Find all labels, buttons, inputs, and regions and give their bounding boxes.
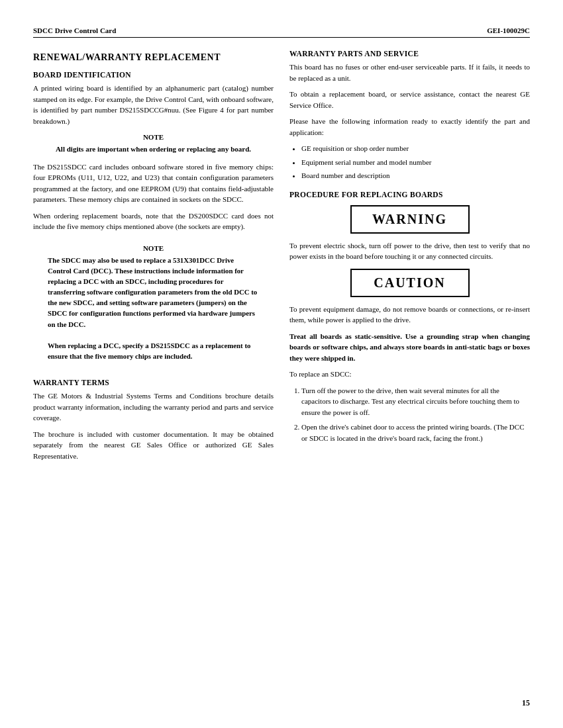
procedure-steps: Turn off the power to the drive, then wa…: [301, 385, 530, 444]
note2-title: NOTE: [48, 244, 259, 252]
header-left: SDCC Drive Control Card: [33, 26, 116, 34]
warning-box: WARNING: [350, 205, 470, 234]
page-header: SDCC Drive Control Card GEI-100029C: [33, 26, 530, 38]
procedure-intro: To replace an SDCC:: [289, 369, 530, 380]
note2-text: The SDCC may also be used to replace a 5…: [48, 255, 259, 362]
board-id-para2: The DS215SDCC card includes onboard soft…: [33, 161, 274, 205]
warranty-terms-subtitle: WARRANTY TERMS: [33, 379, 274, 387]
warranty-parts-para2: To obtain a replacement board, or servic…: [289, 89, 530, 111]
warning-label: WARNING: [365, 212, 455, 227]
board-id-para1: A printed wiring board is identified by …: [33, 83, 274, 126]
caution-text2: Treat all boards as static-sensitive. Us…: [289, 331, 530, 364]
procedure-subtitle: PROCEDURE FOR REPLACING BOARDS: [289, 191, 530, 199]
left-column: RENEWAL/WARRANTY REPLACEMENT BOARD IDENT…: [33, 50, 274, 467]
right-column: WARRANTY PARTS AND SERVICE This board ha…: [289, 50, 530, 467]
main-title: RENEWAL/WARRANTY REPLACEMENT: [33, 52, 274, 63]
step-2: Open the drive's cabinet door to access …: [301, 422, 530, 443]
caution-box: CAUTION: [350, 269, 470, 297]
bullet-1: GE requisition or shop order number: [301, 143, 530, 154]
warning-text: To prevent electric shock, turn off powe…: [289, 240, 530, 262]
warranty-terms-para2: The brochure is included with customer d…: [33, 429, 274, 462]
warranty-terms-para1: The GE Motors & Industrial Systems Terms…: [33, 390, 274, 424]
page: SDCC Drive Control Card GEI-100029C RENE…: [0, 0, 563, 728]
bullet-3: Board number and description: [301, 170, 530, 181]
header-right: GEI-100029C: [487, 26, 530, 34]
board-id-para3: When ordering replacement boards, note t…: [33, 210, 274, 232]
board-id-subtitle: BOARD IDENTIFICATION: [33, 71, 274, 79]
warranty-parts-para3: Please have the following information re…: [289, 116, 530, 138]
warranty-parts-subtitle: WARRANTY PARTS AND SERVICE: [289, 50, 530, 58]
note-box-2: NOTE The SDCC may also be used to replac…: [38, 239, 268, 367]
note1-title: NOTE: [44, 133, 263, 141]
note-box-1: NOTE All digits are important when order…: [44, 133, 263, 155]
warranty-bullets: GE requisition or shop order number Equi…: [301, 143, 530, 181]
main-content: RENEWAL/WARRANTY REPLACEMENT BOARD IDENT…: [33, 50, 530, 467]
step-1: Turn off the power to the drive, then wa…: [301, 385, 530, 418]
caution-text1: To prevent equipment damage, do not remo…: [289, 304, 530, 326]
page-number: 15: [522, 698, 530, 708]
warranty-parts-para1: This board has no fuses or other end-use…: [289, 62, 530, 83]
note1-text: All digits are important when ordering o…: [44, 144, 263, 155]
bullet-2: Equipment serial number and model number: [301, 157, 530, 168]
caution-label: CAUTION: [365, 275, 455, 291]
